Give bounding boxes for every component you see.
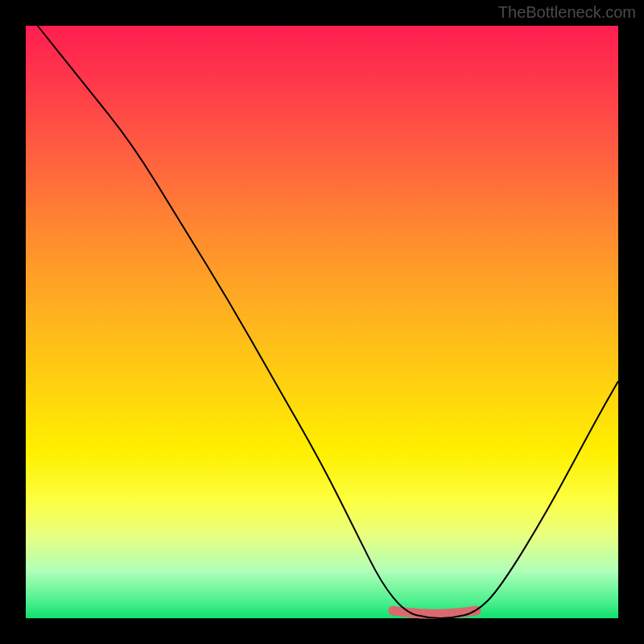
watermark-text: TheBottleneck.com [498,3,636,22]
bottleneck-curve [38,26,618,618]
chart-plot-area [26,26,618,618]
optimal-range-highlight [393,611,476,614]
chart-svg [26,26,618,618]
